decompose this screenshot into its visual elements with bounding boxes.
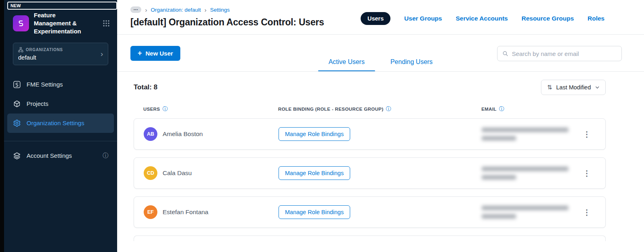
- organizations-label: ORGANIZATIONS: [26, 48, 63, 52]
- breadcrumb-organization-link[interactable]: Organization: default: [151, 7, 201, 13]
- sort-dropdown-label: Last Modified: [556, 84, 591, 91]
- tab-users[interactable]: Users: [361, 12, 390, 25]
- new-user-button-label: New User: [146, 50, 173, 57]
- tab-user-groups[interactable]: User Groups: [404, 15, 442, 22]
- plus-icon: +: [138, 50, 142, 56]
- search-input[interactable]: [512, 50, 617, 57]
- table-row-partial: [134, 235, 606, 241]
- toolbar: + New User Active Users Pending Users: [117, 35, 644, 72]
- table-row: AB Amelia Boston Manage Role Bindings ⋮: [134, 118, 606, 150]
- sidebar-item-label: Organization Settings: [27, 120, 84, 126]
- sidebar: NEW Feature Management & Experimentation: [4, 0, 117, 252]
- search-box[interactable]: [497, 46, 622, 61]
- info-icon[interactable]: ⓘ: [386, 105, 391, 113]
- sidebar-item-fme-settings[interactable]: FME Settings: [7, 75, 114, 94]
- table-header: USERS ⓘ ROLE BINDING (ROLE - RESOURCE GR…: [134, 105, 606, 113]
- tab-active-users[interactable]: Active Users: [318, 54, 375, 71]
- chevron-down-icon: [595, 85, 600, 90]
- sidebar-item-label: Projects: [27, 100, 48, 107]
- gear-icon: [13, 119, 21, 127]
- search-icon: [502, 50, 508, 57]
- kebab-menu-icon[interactable]: ⋮: [580, 207, 594, 218]
- sidebar-divider: [4, 141, 117, 141]
- avatar: EF: [144, 205, 157, 219]
- kebab-menu-icon[interactable]: ⋮: [580, 129, 594, 140]
- avatar: CD: [144, 166, 157, 180]
- main-content: ••• › Organization: default › Settings […: [117, 0, 644, 252]
- page-title: [default] Organization Access Control: U…: [130, 17, 324, 28]
- info-icon[interactable]: ⓘ: [163, 105, 168, 113]
- product-header: Feature Management & Experimentation: [4, 10, 117, 35]
- screen-edge-strip: [0, 0, 4, 252]
- list-controls-row: Total: 8 ⇅ Last Modified: [134, 80, 606, 95]
- total-count: Total: 8: [134, 83, 157, 91]
- avatar: AB: [144, 127, 157, 141]
- sort-dropdown[interactable]: ⇅ Last Modified: [541, 80, 606, 95]
- projects-icon: [13, 100, 21, 108]
- tab-service-accounts[interactable]: Service Accounts: [456, 15, 508, 22]
- sidebar-item-label: FME Settings: [27, 81, 63, 88]
- sort-arrows-icon: ⇅: [547, 84, 552, 91]
- table-row: EF Estefan Fontana Manage Role Bindings …: [134, 196, 606, 228]
- kebab-menu-icon[interactable]: ⋮: [580, 168, 594, 179]
- manage-role-bindings-button[interactable]: Manage Role Bindings: [279, 166, 350, 180]
- table-row: CD Cala Dasu Manage Role Bindings ⋮: [134, 157, 606, 189]
- user-name: Amelia Boston: [163, 130, 203, 138]
- new-badge: NEW: [7, 2, 117, 10]
- sidebar-nav: FME Settings Projects Organization Setti…: [4, 75, 117, 165]
- column-users: USERS: [143, 107, 160, 112]
- manage-role-bindings-button[interactable]: Manage Role Bindings: [279, 127, 350, 141]
- tab-pending-users[interactable]: Pending Users: [380, 54, 443, 71]
- product-title: Feature Management & Experimentation: [34, 11, 93, 35]
- product-logo: [13, 15, 29, 31]
- breadcrumb: ••• › Organization: default › Settings: [130, 6, 324, 13]
- email-redacted: [482, 206, 578, 219]
- email-redacted: [482, 167, 578, 180]
- column-email: EMAIL: [481, 107, 497, 112]
- organization-selector[interactable]: ORGANIZATIONS default ›: [13, 43, 108, 65]
- chevron-right-icon: ›: [101, 50, 103, 58]
- user-name: Cala Dasu: [163, 169, 192, 177]
- apps-grid-icon[interactable]: [101, 18, 111, 29]
- manage-role-bindings-button[interactable]: Manage Role Bindings: [279, 205, 350, 219]
- breadcrumb-settings-link[interactable]: Settings: [210, 7, 230, 13]
- split-cube-icon: [17, 19, 25, 28]
- sidebar-item-projects[interactable]: Projects: [7, 94, 114, 114]
- organization-value: default: [18, 54, 63, 61]
- new-user-button[interactable]: + New User: [130, 46, 180, 61]
- user-name: Estefan Fontana: [163, 209, 208, 216]
- column-role-binding: ROLE BINDING (ROLE - RESOURCE GROUP): [278, 107, 384, 112]
- org-hierarchy-icon: [18, 47, 23, 52]
- tab-roles[interactable]: Roles: [588, 15, 605, 22]
- breadcrumb-ellipsis-icon[interactable]: •••: [130, 6, 141, 13]
- users-list-area: Total: 8 ⇅ Last Modified USERS ⓘ ROLE BI…: [117, 72, 644, 241]
- info-icon[interactable]: ⓘ: [499, 105, 504, 113]
- page-header: ••• › Organization: default › Settings […: [117, 0, 644, 34]
- sidebar-item-account-settings[interactable]: Account Settings ⓘ: [7, 146, 114, 165]
- chevron-right-icon: ›: [145, 7, 147, 13]
- user-state-tabs: Active Users Pending Users: [318, 54, 443, 71]
- sidebar-item-label: Account Settings: [27, 152, 72, 159]
- chevron-right-icon: ›: [204, 7, 206, 13]
- info-icon[interactable]: ⓘ: [103, 152, 108, 159]
- fme-settings-icon: [13, 81, 21, 89]
- tab-resource-groups[interactable]: Resource Groups: [522, 15, 574, 22]
- email-redacted: [482, 128, 578, 140]
- sidebar-item-organization-settings[interactable]: Organization Settings: [7, 114, 114, 133]
- layers-icon: [13, 152, 21, 160]
- access-control-tabs: Users User Groups Service Accounts Resou…: [361, 12, 605, 25]
